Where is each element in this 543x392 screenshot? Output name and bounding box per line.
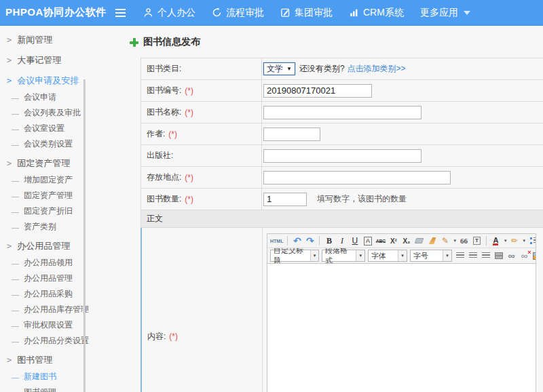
removeformat-icon[interactable] (427, 235, 437, 247)
align-left-icon[interactable] (455, 250, 465, 262)
undo-icon[interactable]: ↶ (292, 235, 302, 247)
sidebar-group-label: 新闻管理 (17, 34, 52, 46)
topbar-menu-label: 更多应用 (420, 7, 458, 19)
select-arrow-icon: ▼ (286, 66, 292, 72)
bold-icon[interactable]: B (324, 235, 334, 247)
form-row-book-category: 图书类目:文学▼还没有类别?点击添加类别>> (141, 58, 543, 80)
sidebar-item[interactable]: —会议列表及审批 (0, 105, 81, 121)
image-icon[interactable] (532, 250, 536, 262)
field-label-text: 出版社: (147, 150, 173, 161)
book-name-input[interactable] (263, 106, 422, 119)
italic-icon[interactable]: I (337, 235, 347, 247)
sidebar-item[interactable]: —固定资产管理 (0, 188, 81, 203)
dash-icon: — (12, 176, 19, 184)
strikethrough-icon[interactable]: ABC (375, 235, 386, 247)
font-color-icon[interactable]: A (491, 235, 501, 247)
add-category-link[interactable]: 点击添加类别>> (348, 63, 406, 75)
sidebar-group-title-events[interactable]: >大事记管理 (0, 52, 81, 69)
dropdown-label: 段落格式 (325, 248, 354, 264)
app-logo: PHPOA协同办公软件 (0, 6, 115, 19)
process-icon (212, 7, 222, 18)
book-category-select[interactable]: 文学▼ (263, 62, 295, 75)
section-header-body: 正文 (141, 210, 543, 228)
author-input[interactable] (263, 128, 320, 141)
paragraph-format-dropdown[interactable]: 段落格式▾ (322, 250, 365, 262)
topbar-menu-workflow-approval[interactable]: 流程审批 (212, 7, 264, 19)
dropdown-caret-icon[interactable]: ▾ (453, 238, 456, 243)
autotypeset-icon[interactable]: A (362, 235, 373, 247)
form-row-book-number: 图书编号:(*) (141, 80, 543, 102)
underline-icon[interactable]: U (350, 235, 360, 247)
subscript-icon[interactable]: X₂ (401, 235, 411, 247)
redo-icon[interactable]: ↷ (305, 235, 315, 247)
sidebar-group-title-news[interactable]: >新闻管理 (0, 31, 81, 49)
sidebar-item[interactable]: —办公用品管理 (0, 271, 81, 286)
align-center-icon[interactable] (468, 250, 478, 262)
sidebar-scrollbar[interactable] (83, 79, 86, 392)
sidebar-item[interactable]: —资产类别 (0, 219, 81, 235)
page-title-text: 图书信息发布 (143, 36, 200, 48)
sidebar-item[interactable]: —会议申请 (0, 90, 81, 105)
publisher-input[interactable] (263, 149, 422, 163)
blockquote-icon[interactable]: 66 (459, 235, 469, 247)
form-row-publisher: 出版社: (141, 145, 543, 167)
dropdown-caret-icon[interactable]: ▾ (523, 238, 525, 243)
sidebar-item[interactable]: —办公用品库存管理 (0, 302, 81, 317)
link-icon[interactable]: ∞ (506, 250, 517, 262)
chevron-right-icon: > (7, 35, 12, 45)
dash-icon: — (12, 223, 19, 231)
location-input[interactable] (263, 171, 451, 184)
sidebar-item[interactable]: —审批权限设置 (0, 317, 81, 333)
hamburger-menu-icon[interactable] (115, 9, 126, 17)
sidebar-item[interactable]: —会议室设置 (0, 121, 81, 136)
unlink-icon[interactable]: ∞× (519, 250, 529, 262)
page-title: 图书信息发布 (130, 36, 200, 48)
sidebar-item-label: 会议室设置 (24, 123, 64, 134)
sidebar-group-title-assets[interactable]: >固定资产管理 (0, 155, 81, 172)
sidebar-group-label: 办公用品管理 (17, 240, 70, 252)
sidebar-item[interactable]: —办公用品领用 (0, 255, 81, 271)
sidebar-item[interactable]: —增加固定资产 (0, 172, 81, 188)
html-source-icon[interactable]: HTML (270, 235, 283, 247)
topbar-menu-more-apps[interactable]: 更多应用 (420, 7, 470, 19)
superscript-icon[interactable]: X² (388, 235, 398, 247)
chevron-right-icon: > (7, 56, 12, 65)
dash-icon: — (12, 109, 19, 117)
sidebar-item[interactable]: —新建图书 (0, 369, 81, 385)
background-color-icon[interactable]: ✏ (509, 235, 519, 247)
sidebar-item[interactable]: —图书管理 (0, 385, 81, 392)
sidebar-item[interactable]: —办公用品采购 (0, 286, 81, 302)
book-number-input[interactable] (263, 84, 372, 98)
sidebar-item[interactable]: —会议类别设置 (0, 136, 81, 152)
editor-canvas[interactable] (267, 264, 536, 392)
font-family-dropdown[interactable]: 字体▾ (368, 250, 407, 262)
formatmatch-icon[interactable]: ✎ (440, 235, 450, 247)
dash-icon: — (12, 125, 19, 133)
sidebar-item[interactable]: —办公用品分类设置 (0, 333, 81, 349)
ordered-list-icon[interactable] (528, 235, 536, 247)
font-size-dropdown[interactable]: 字号▾ (410, 250, 452, 262)
custom-style-dropdown[interactable]: 自定义标题▾ (270, 250, 319, 262)
quantity-hint-text: 填写数字，该图书的数量 (317, 193, 407, 205)
topbar-menu-personal-office[interactable]: 个人办公 (143, 7, 195, 19)
eraser-icon[interactable] (414, 235, 424, 247)
quantity-input[interactable] (263, 193, 307, 206)
align-right-icon[interactable] (481, 250, 491, 262)
sidebar-group-title-supplies[interactable]: >办公用品管理 (0, 237, 81, 255)
sidebar-group-title-meeting[interactable]: >会议申请及安排 (0, 72, 81, 90)
caret-down-icon (464, 11, 470, 15)
toolbar-separator (287, 236, 288, 246)
sidebar-group-title-books[interactable]: >图书管理 (0, 351, 81, 369)
book-form: 图书类目:文学▼还没有类别?点击添加类别>>图书编号:(*)图书名称:(*)作者… (141, 58, 543, 392)
sidebar-item-label: 资产类别 (24, 221, 56, 233)
chevron-right-icon: > (7, 241, 12, 251)
align-justify-icon[interactable] (493, 250, 504, 262)
topbar-menu-group-approval[interactable]: 集团审批 (280, 7, 333, 19)
sidebar-item-label: 审批权限设置 (24, 319, 73, 331)
dropdown-caret-icon[interactable]: ▾ (504, 238, 507, 243)
topbar-menu-crm-system[interactable]: CRM系统 (349, 7, 404, 19)
selected-category-text: 文学 (267, 63, 283, 75)
sidebar-item[interactable]: —固定资产折旧 (0, 203, 81, 219)
pastetext-icon[interactable]: T (472, 235, 482, 247)
topbar-menu-label: 流程审批 (226, 7, 264, 19)
